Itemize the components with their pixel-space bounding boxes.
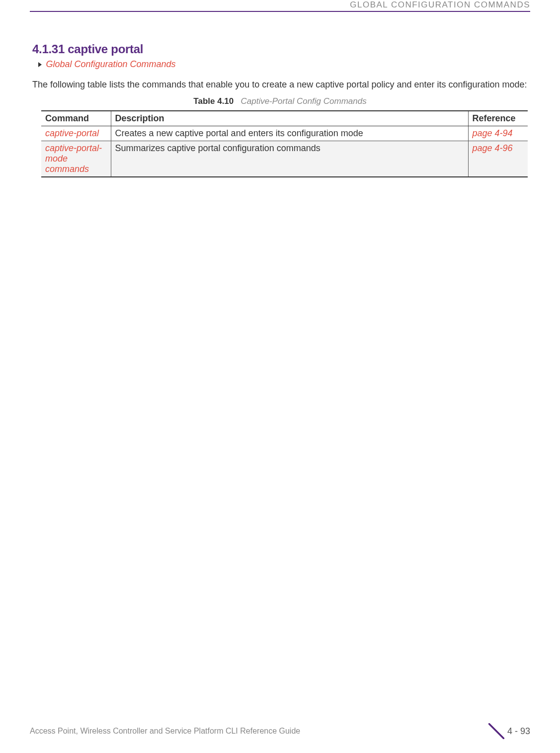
page-footer: Access Point, Wireless Controller and Se… — [30, 723, 530, 739]
footer-page-number: 4 - 93 — [507, 726, 530, 737]
command-link[interactable]: captive-portal — [45, 128, 99, 138]
arrow-right-icon — [38, 62, 42, 67]
reference-link[interactable]: page 4-96 — [473, 143, 513, 153]
table-caption-title: Captive-Portal Config Commands — [240, 96, 366, 106]
intro-paragraph: The following table lists the commands t… — [32, 79, 528, 90]
command-link[interactable]: captive-portal-mode commands — [45, 143, 102, 174]
table-row: captive-portal Creates a new captive por… — [41, 126, 528, 141]
cell-reference: page 4-96 — [468, 141, 528, 177]
th-description: Description — [111, 111, 468, 126]
commands-table: Command Description Reference captive-po… — [41, 110, 528, 177]
footer-page-block: 4 - 93 — [488, 723, 530, 739]
th-command: Command — [41, 111, 111, 126]
th-reference: Reference — [468, 111, 528, 126]
table-header-row: Command Description Reference — [41, 111, 528, 126]
cell-reference: page 4-94 — [468, 126, 528, 141]
cell-command: captive-portal-mode commands — [41, 141, 111, 177]
cell-description: Creates a new captive portal and enters … — [111, 126, 468, 141]
header-rule — [30, 11, 530, 12]
breadcrumb-link[interactable]: Global Configuration Commands — [46, 59, 175, 69]
table-caption-label: Table 4.10 — [193, 96, 234, 106]
running-head: GLOBAL CONFIGURATION COMMANDS — [350, 0, 530, 10]
reference-link[interactable]: page 4-94 — [473, 128, 513, 138]
section-heading: 4.1.31 captive portal — [32, 42, 528, 56]
footer-guide-title: Access Point, Wireless Controller and Se… — [30, 727, 300, 736]
table-caption: Table 4.10 Captive-Portal Config Command… — [32, 96, 528, 106]
cell-command: captive-portal — [41, 126, 111, 141]
breadcrumb: Global Configuration Commands — [32, 59, 528, 70]
cell-description: Summarizes captive portal configuration … — [111, 141, 468, 177]
page-content: 4.1.31 captive portal Global Configurati… — [32, 42, 528, 177]
slash-icon — [488, 723, 504, 739]
table-row: captive-portal-mode commands Summarizes … — [41, 141, 528, 177]
